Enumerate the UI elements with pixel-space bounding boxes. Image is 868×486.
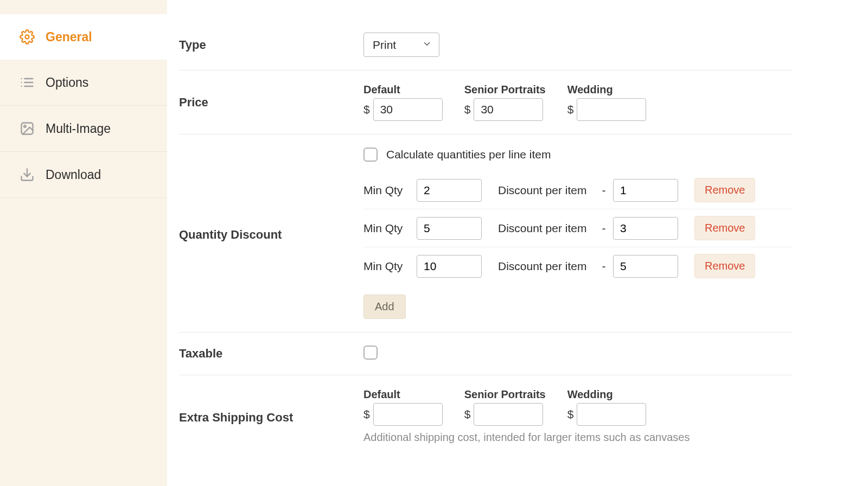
price-senior-input[interactable] (474, 98, 543, 121)
currency-symbol: $ (567, 408, 574, 421)
price-default-input[interactable] (373, 98, 443, 121)
discount-input[interactable] (613, 179, 678, 202)
sidebar-item-multi-image[interactable]: Multi-Image (0, 106, 167, 152)
label-quantity-discount: Quantity Discount (179, 225, 363, 242)
sidebar-item-label: Multi-Image (46, 122, 111, 136)
min-qty-input[interactable] (417, 255, 482, 278)
sidebar-item-label: Download (46, 168, 101, 182)
qd-row: Min Qty Discount per item - Remove (363, 209, 792, 247)
min-qty-label: Min Qty (363, 260, 410, 273)
label-price: Price (179, 95, 363, 110)
minus-symbol: - (601, 260, 607, 273)
svg-point-8 (24, 125, 26, 127)
ship-col-label: Senior Portraits (464, 388, 546, 401)
ship-default-input[interactable] (373, 403, 443, 426)
price-col-senior: Senior Portraits $ (464, 84, 546, 121)
label-taxable: Taxable (179, 347, 363, 361)
currency-symbol: $ (567, 103, 574, 116)
gear-icon (20, 29, 35, 44)
sidebar-item-label: Options (46, 75, 88, 90)
ship-col-label: Default (363, 388, 443, 401)
price-col-label: Senior Portraits (464, 84, 546, 96)
list-icon (20, 75, 35, 90)
ship-col-default: Default $ (363, 388, 443, 426)
price-col-wedding: Wedding $ (567, 84, 647, 121)
main-content: Type Print Price Default $ (167, 0, 868, 486)
sidebar-item-download[interactable]: Download (0, 152, 167, 198)
row-taxable: Taxable (179, 332, 792, 375)
taxable-checkbox[interactable] (363, 346, 378, 360)
row-extra-shipping: Extra Shipping Cost Default $ Senior Por… (179, 375, 792, 457)
label-type: Type (179, 38, 363, 52)
discount-input[interactable] (613, 255, 678, 278)
remove-button[interactable]: Remove (694, 254, 755, 278)
min-qty-input[interactable] (417, 179, 482, 202)
ship-col-label: Wedding (567, 388, 647, 401)
ship-col-senior: Senior Portraits $ (464, 388, 546, 426)
sidebar-item-options[interactable]: Options (0, 60, 167, 106)
row-price: Price Default $ Senior Portraits $ (179, 71, 792, 135)
minus-symbol: - (601, 222, 607, 235)
add-button[interactable]: Add (363, 295, 406, 319)
image-icon (20, 121, 35, 136)
label-extra-shipping: Extra Shipping Cost (179, 407, 363, 425)
qd-row: Min Qty Discount per item - Remove (363, 171, 792, 209)
price-col-label: Wedding (567, 84, 647, 96)
calc-per-line-checkbox[interactable] (363, 148, 378, 162)
min-qty-label: Min Qty (363, 222, 410, 235)
price-col-label: Default (363, 84, 443, 96)
min-qty-label: Min Qty (363, 184, 410, 197)
download-icon (20, 167, 35, 182)
currency-symbol: $ (464, 408, 471, 421)
qd-row: Min Qty Discount per item - Remove (363, 247, 792, 285)
discount-input[interactable] (613, 217, 678, 240)
currency-symbol: $ (464, 103, 471, 116)
sidebar-item-label: General (46, 30, 92, 44)
discount-label: Discount per item (498, 184, 595, 197)
sidebar-item-general[interactable]: General (0, 14, 167, 60)
discount-label: Discount per item (498, 222, 595, 235)
remove-button[interactable]: Remove (694, 216, 755, 240)
calc-per-line-label: Calculate quantities per line item (386, 148, 551, 161)
type-select[interactable]: Print (363, 33, 439, 57)
price-wedding-input[interactable] (577, 98, 646, 121)
ship-wedding-input[interactable] (577, 403, 646, 426)
ship-senior-input[interactable] (474, 403, 543, 426)
row-quantity-discount: Quantity Discount Calculate quantities p… (179, 135, 792, 332)
price-col-default: Default $ (363, 84, 443, 121)
svg-point-0 (25, 35, 29, 39)
ship-col-wedding: Wedding $ (567, 388, 647, 426)
row-type: Type Print (179, 22, 792, 71)
discount-label: Discount per item (498, 260, 595, 273)
min-qty-input[interactable] (417, 217, 482, 240)
sidebar: General Options Multi-Image (0, 0, 167, 486)
currency-symbol: $ (363, 408, 370, 421)
extra-shipping-help: Additional shipping cost, intended for l… (363, 431, 792, 444)
currency-symbol: $ (363, 103, 370, 116)
remove-button[interactable]: Remove (694, 178, 755, 202)
minus-symbol: - (601, 184, 607, 197)
